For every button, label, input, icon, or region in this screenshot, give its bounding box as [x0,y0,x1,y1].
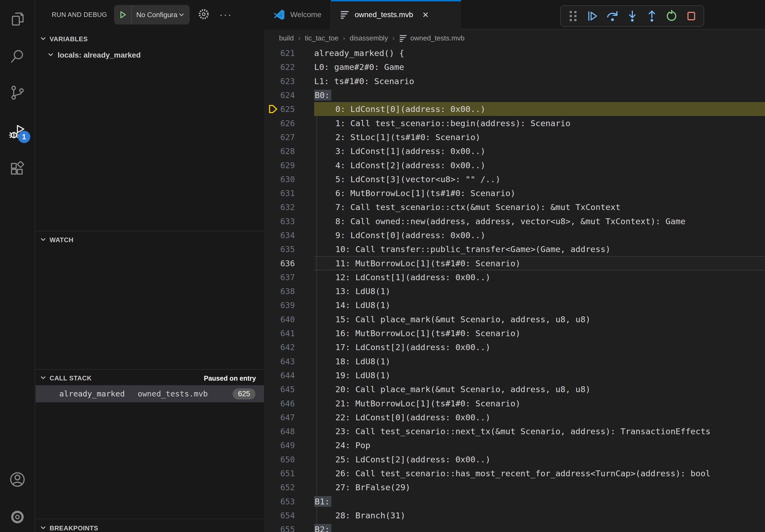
code-line-638[interactable]: 63813: LdU8(1) [264,284,765,298]
step-out-icon[interactable] [644,9,659,24]
callstack-frame-row[interactable]: already_marked owned_tests.mvb 625 [36,385,264,402]
line-content[interactable]: 9: LdConst[0](address: 0x00..) [314,228,765,242]
code-line-621[interactable]: 621already_marked() { [264,46,765,60]
line-content[interactable]: 19: LdU8(1) [314,368,765,382]
line-content[interactable]: 0: LdConst[0](address: 0x00..) [314,102,765,116]
code-line-654[interactable]: 65428: Branch(31) [264,508,765,522]
line-content[interactable]: 24: Pop [314,438,765,452]
line-content[interactable]: 14: LdU8(1) [314,298,765,312]
code-line-637[interactable]: 63712: LdConst[1](address: 0x00..) [264,270,765,284]
variables-section-header[interactable]: VARIABLES [36,33,264,46]
code-line-629[interactable]: 6294: LdConst[2](address: 0x00..) [264,158,765,172]
gutter[interactable]: 633 [264,214,314,228]
gutter[interactable]: 641 [264,326,314,340]
gutter[interactable]: 645 [264,382,314,396]
variables-scope-locals[interactable]: locals: already_marked [36,48,264,63]
line-content[interactable]: 1: Call test_scenario::begin(address): S… [314,116,765,130]
line-content[interactable]: L1: ts#1#0: Scenario [314,74,765,88]
gutter[interactable]: 636 [264,256,314,270]
breadcrumb-item[interactable]: build [279,34,294,42]
debug-settings-gear-icon[interactable] [197,8,211,22]
line-content[interactable]: 6: MutBorrowLoc[1](ts#1#0: Scenario) [314,186,765,200]
code-line-647[interactable]: 64722: LdConst[0](address: 0x00..) [264,410,765,424]
gutter[interactable]: 654 [264,508,314,522]
gutter[interactable]: 651 [264,466,314,480]
code-line-626[interactable]: 6261: Call test_scenario::begin(address)… [264,116,765,130]
tab-welcome[interactable]: Welcome [264,0,331,30]
gutter[interactable]: 629 [264,158,314,172]
code-line-642[interactable]: 64217: LdConst[2](address: 0x00..) [264,340,765,354]
source-control-icon[interactable] [9,84,26,101]
gutter[interactable]: 621 [264,46,314,60]
code-line-622[interactable]: 622L0: game#2#0: Game [264,60,765,74]
line-content[interactable]: 28: Branch(31) [314,508,765,522]
line-content[interactable]: 10: Call transfer::public_transfer<Game>… [314,242,765,256]
code-line-648[interactable]: 64823: Call test_scenario::next_tx(&mut … [264,424,765,438]
gutter[interactable]: 648 [264,424,314,438]
code-line-650[interactable]: 65025: LdConst[2](address: 0x00..) [264,452,765,466]
gutter[interactable]: 638 [264,284,314,298]
line-content[interactable]: B0: [314,88,765,102]
explorer-icon[interactable] [9,10,26,27]
gutter[interactable]: 642 [264,340,314,354]
gutter[interactable]: 624 [264,88,314,102]
code-line-643[interactable]: 64318: LdU8(1) [264,355,765,368]
code-line-655[interactable]: 655B2: [264,522,765,532]
code-line-644[interactable]: 64419: LdU8(1) [264,368,765,382]
code-line-634[interactable]: 6349: LdConst[0](address: 0x00..) [264,228,765,242]
code-line-639[interactable]: 63914: LdU8(1) [264,298,765,312]
gutter[interactable]: 637 [264,270,314,284]
line-content[interactable]: 17: LdConst[2](address: 0x00..) [314,340,765,354]
line-content[interactable]: 22: LdConst[0](address: 0x00..) [314,410,765,424]
line-content[interactable]: 8: Call owned::new(address, address, vec… [314,214,765,228]
code-line-628[interactable]: 6283: LdConst[1](address: 0x00..) [264,144,765,158]
more-actions-icon[interactable]: ··· [220,9,232,20]
continue-icon[interactable] [585,9,600,24]
gutter[interactable]: 646 [264,396,314,410]
tab-owned-tests[interactable]: owned_tests.mvb ✕ [331,0,461,30]
line-content[interactable]: 3: LdConst[1](address: 0x00..) [314,144,765,158]
gutter[interactable]: 622 [264,60,314,74]
code-line-652[interactable]: 65227: BrFalse(29) [264,480,765,494]
line-content[interactable]: 7: Call test_scenario::ctx(&mut Scenario… [314,200,765,214]
gutter[interactable]: 631 [264,186,314,200]
gutter[interactable]: 652 [264,480,314,494]
step-into-icon[interactable] [625,9,640,24]
line-content[interactable]: 5: LdConst[3](vector<u8>: "" /..) [314,172,765,186]
code-line-633[interactable]: 6338: Call owned::new(address, address, … [264,214,765,228]
gutter[interactable]: 655 [264,522,314,532]
line-content[interactable]: L0: game#2#0: Game [314,60,765,74]
breakpoints-section-header[interactable]: BREAKPOINTS [36,522,264,532]
gutter[interactable]: 635 [264,242,314,256]
gutter[interactable]: 628 [264,144,314,158]
step-over-icon[interactable] [605,9,620,24]
code-line-627[interactable]: 6272: StLoc[1](ts#1#0: Scenario) [264,130,765,144]
code-editor[interactable]: 621already_marked() {622L0: game#2#0: Ga… [264,46,765,532]
settings-gear-icon[interactable] [9,508,26,526]
line-content[interactable]: B2: [314,522,765,532]
toolbar-drag-handle[interactable] [565,9,581,24]
gutter[interactable]: 630 [264,172,314,186]
search-icon[interactable] [9,48,26,65]
line-content[interactable]: 21: MutBorrowLoc[1](ts#1#0: Scenario) [314,396,765,410]
callstack-section-header[interactable]: CALL STACK Paused on entry [36,372,264,385]
line-content[interactable]: 26: Call test_scenario::has_most_recent_… [314,466,765,480]
breadcrumb-item[interactable]: owned_tests.mvb [410,34,464,42]
code-line-635[interactable]: 63510: Call transfer::public_transfer<Ga… [264,242,765,256]
code-line-645[interactable]: 64520: Call place_mark(&mut Scenario, ad… [264,382,765,396]
run-and-debug-icon[interactable]: 1 [9,123,26,140]
watch-section-header[interactable]: WATCH [36,234,264,246]
gutter[interactable]: 632 [264,200,314,214]
code-line-623[interactable]: 623L1: ts#1#0: Scenario [264,74,765,88]
code-line-641[interactable]: 64116: MutBorrowLoc[1](ts#1#0: Scenario) [264,326,765,340]
line-content[interactable]: 4: LdConst[2](address: 0x00..) [314,158,765,172]
code-line-624[interactable]: 624B0: [264,88,765,102]
gutter[interactable]: 647 [264,410,314,424]
gutter[interactable]: 653 [264,494,314,508]
start-debug-button[interactable] [115,5,132,24]
gutter[interactable]: 623 [264,74,314,88]
line-content[interactable]: already_marked() { [314,46,765,60]
line-content[interactable]: 2: StLoc[1](ts#1#0: Scenario) [314,130,765,144]
line-content[interactable]: 12: LdConst[1](address: 0x00..) [314,270,765,284]
breadcrumb-item[interactable]: tic_tac_toe [305,34,339,42]
